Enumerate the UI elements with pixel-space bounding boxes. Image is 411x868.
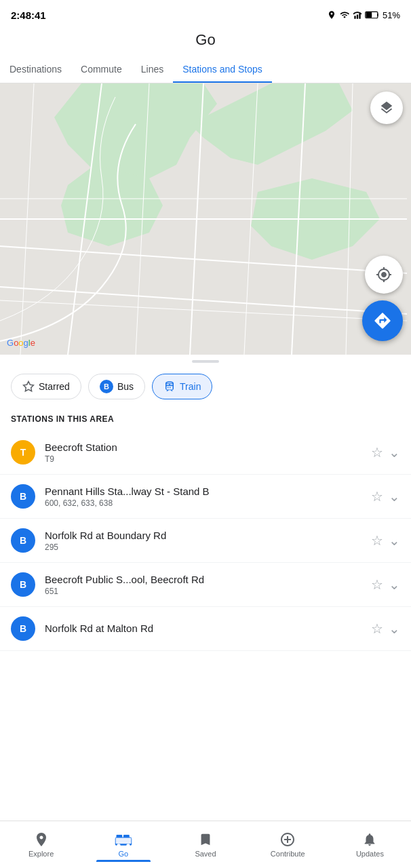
station-name: Norfolk Rd at Malton Rd <box>45 623 361 634</box>
chip-train-label: Train <box>180 381 201 392</box>
map-area[interactable]: 🎓 Google <box>0 83 411 355</box>
expand-button[interactable]: ⌄ <box>389 532 400 549</box>
map-layers-button[interactable] <box>370 92 403 124</box>
my-location-icon <box>376 267 392 283</box>
station-actions: ☆ ⌄ <box>371 488 400 505</box>
station-actions: ☆ ⌄ <box>371 444 400 460</box>
station-actions: ☆ ⌄ <box>371 620 400 637</box>
nav-label-updates: Updates <box>356 850 384 858</box>
station-item[interactable]: T Beecroft Station T9 ☆ ⌄ <box>0 431 411 475</box>
tab-lines[interactable]: Lines <box>132 56 173 83</box>
status-bar: 2:48:41 51% <box>0 0 411 27</box>
station-name: Norfolk Rd at Boundary Rd <box>45 530 361 541</box>
nav-label-explore: Explore <box>28 850 54 858</box>
star-icon <box>22 380 35 393</box>
signal-icon <box>353 10 362 20</box>
favorite-button[interactable]: ☆ <box>371 532 383 549</box>
chip-starred[interactable]: Starred <box>11 374 81 399</box>
bottom-nav: Explore Go Saved Contribute Updates <box>0 821 411 868</box>
wifi-icon <box>339 10 350 20</box>
chip-bus-label: Bus <box>117 381 134 392</box>
expand-button[interactable]: ⌄ <box>389 620 400 637</box>
station-sub: 295 <box>45 542 361 552</box>
svg-rect-1 <box>357 14 358 18</box>
nav-label-saved: Saved <box>195 850 216 858</box>
station-icon-bus: B <box>11 484 35 509</box>
station-icon-train: T <box>11 440 35 465</box>
station-list: T Beecroft Station T9 ☆ ⌄ B Pennant Hill… <box>0 431 411 651</box>
bus-icon: B <box>100 380 113 393</box>
favorite-button[interactable]: ☆ <box>371 444 383 460</box>
station-sub: 600, 632, 633, 638 <box>45 498 361 508</box>
station-name: Beecroft Station <box>45 441 361 453</box>
section-header: STATIONS IN THIS AREA <box>0 409 411 431</box>
svg-marker-21 <box>24 382 34 391</box>
chip-bus[interactable]: B Bus <box>88 374 145 399</box>
svg-point-26 <box>126 844 130 847</box>
station-info: Pennant Hills Sta...lway St - Stand B 60… <box>45 486 361 508</box>
expand-button[interactable]: ⌄ <box>389 576 400 593</box>
map-svg: 🎓 <box>0 83 411 355</box>
tab-stations[interactable]: Stations and Stops <box>173 56 272 83</box>
station-info: Norfolk Rd at Malton Rd <box>45 623 361 635</box>
svg-rect-2 <box>359 14 360 19</box>
station-icon-bus: B <box>11 528 35 553</box>
station-name: Pennant Hills Sta...lway St - Stand B <box>45 486 361 497</box>
location-status-icon <box>327 10 336 20</box>
go-icon <box>114 831 133 848</box>
status-time: 2:48:41 <box>11 9 46 21</box>
svg-rect-4 <box>366 12 372 18</box>
section-header-text: STATIONS IN THIS AREA <box>11 414 114 424</box>
svg-rect-0 <box>354 16 355 19</box>
favorite-button[interactable]: ☆ <box>371 620 383 637</box>
station-item[interactable]: B Pennant Hills Sta...lway St - Stand B … <box>0 475 411 519</box>
nav-item-updates[interactable]: Updates <box>329 827 411 862</box>
svg-point-25 <box>117 844 120 847</box>
expand-button[interactable]: ⌄ <box>389 444 400 460</box>
updates-icon <box>362 831 377 848</box>
layers-icon <box>379 100 394 115</box>
station-sub: 651 <box>45 587 361 596</box>
favorite-button[interactable]: ☆ <box>371 576 383 593</box>
nav-label-contribute: Contribute <box>271 850 305 858</box>
drag-handle[interactable] <box>0 355 411 368</box>
station-icon-bus: B <box>11 616 35 641</box>
my-location-button[interactable] <box>365 256 403 294</box>
train-icon <box>163 380 176 393</box>
favorite-button[interactable]: ☆ <box>371 488 383 505</box>
nav-label-go: Go <box>118 850 128 858</box>
battery-icon <box>365 10 380 20</box>
google-logo: Google <box>7 338 35 348</box>
tab-destinations[interactable]: Destinations <box>0 56 71 83</box>
station-info: Norfolk Rd at Boundary Rd 295 <box>45 530 361 552</box>
station-sub: T9 <box>45 454 361 464</box>
directions-button[interactable] <box>362 300 403 341</box>
page-title: Go <box>195 31 215 48</box>
svg-rect-27 <box>115 837 131 844</box>
tab-commute[interactable]: Commute <box>71 56 132 83</box>
station-item[interactable]: B Norfolk Rd at Malton Rd ☆ ⌄ <box>0 607 411 651</box>
nav-item-explore[interactable]: Explore <box>0 827 82 862</box>
status-icons: 51% <box>327 10 400 20</box>
nav-item-contribute[interactable]: Contribute <box>247 827 329 862</box>
station-item[interactable]: B Beecroft Public S...ool, Beecroft Rd 6… <box>0 563 411 607</box>
battery-percent: 51% <box>383 10 400 20</box>
app-header: Go <box>0 27 411 56</box>
station-name: Beecroft Public S...ool, Beecroft Rd <box>45 574 361 585</box>
chip-train[interactable]: Train <box>152 374 212 399</box>
station-info: Beecroft Public S...ool, Beecroft Rd 651 <box>45 574 361 596</box>
nav-item-go[interactable]: Go <box>82 827 164 862</box>
filter-chips: Starred B Bus Train <box>0 368 411 409</box>
chip-starred-label: Starred <box>39 381 70 392</box>
expand-button[interactable]: ⌄ <box>389 488 400 505</box>
station-icon-bus: B <box>11 572 35 597</box>
saved-icon <box>198 831 213 848</box>
contribute-icon <box>279 831 296 848</box>
drag-handle-bar <box>192 360 219 363</box>
station-item[interactable]: B Norfolk Rd at Boundary Rd 295 ☆ ⌄ <box>0 519 411 563</box>
explore-icon <box>33 831 50 848</box>
nav-item-saved[interactable]: Saved <box>164 827 246 862</box>
station-actions: ☆ ⌄ <box>371 576 400 593</box>
station-actions: ☆ ⌄ <box>371 532 400 549</box>
station-info: Beecroft Station T9 <box>45 441 361 464</box>
